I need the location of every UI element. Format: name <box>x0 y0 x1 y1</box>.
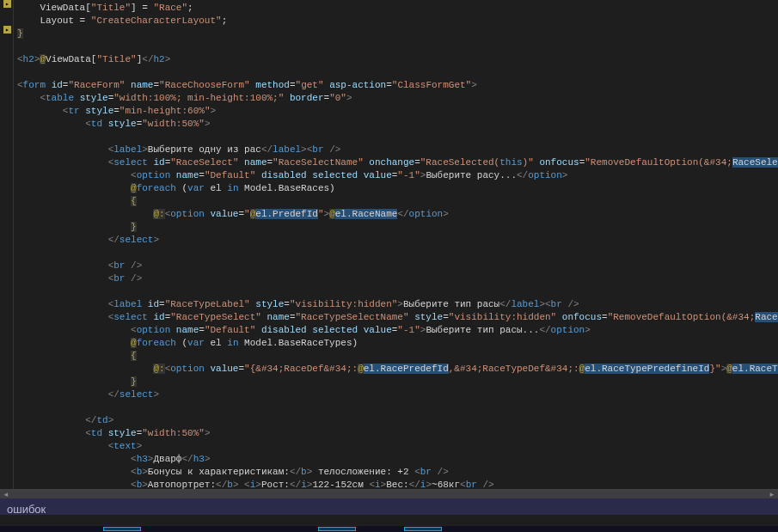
code-line[interactable]: <td style="width:50%"> <box>17 118 775 131</box>
code-line[interactable] <box>17 66 775 79</box>
code-line[interactable]: <h3>Дварф</h3> <box>17 453 775 466</box>
code-editor[interactable]: ▸ ▸ ViewData["Title"] = "Race"; Layout =… <box>0 0 778 489</box>
code-line[interactable]: <option name="Default" disabled selected… <box>17 169 775 182</box>
code-line[interactable] <box>17 247 775 260</box>
status-panel: ◄ ► <box>0 489 778 515</box>
code-line[interactable]: } <box>17 28 775 40</box>
fold-marker[interactable]: ▸ <box>3 0 11 8</box>
fold-marker[interactable]: ▸ <box>3 26 11 34</box>
code-line[interactable]: <b>Автопортрет:</b> <i>Рост:</i>122-152с… <box>17 479 775 489</box>
code-line[interactable] <box>17 131 775 144</box>
code-line[interactable]: } <box>17 221 775 234</box>
code-text-area[interactable]: ViewData["Title"] = "Race"; Layout = "Cr… <box>14 0 778 489</box>
code-line[interactable]: <table style="width:100%; min-height:100… <box>17 92 775 105</box>
code-line[interactable]: @:<option value="{&#34;RaceDef&#34;:@el.… <box>17 363 775 376</box>
code-line[interactable]: <h2>@ViewData["Title"]</h2> <box>17 53 775 66</box>
code-line[interactable] <box>17 401 775 414</box>
code-line[interactable]: <select id="RaceTypeSelect" name="RaceTy… <box>17 311 775 324</box>
code-line[interactable] <box>17 285 775 298</box>
code-line[interactable]: <text> <box>17 440 775 453</box>
taskbar-app-icon[interactable] <box>103 527 141 531</box>
taskbar-app-icon[interactable] <box>318 527 356 531</box>
errors-label: ошибок <box>7 503 46 516</box>
scroll-left-icon[interactable]: ◄ <box>0 490 12 498</box>
code-line[interactable]: </select> <box>17 234 775 247</box>
code-line[interactable]: <td style="width:50%"> <box>17 427 775 440</box>
code-line[interactable]: Layout = "CreateCharacterLayout"; <box>17 15 775 28</box>
taskbar[interactable] <box>0 525 778 532</box>
code-line[interactable]: <form id="RaceForm" name="RaceChooseForm… <box>17 79 775 92</box>
code-line[interactable]: </td> <box>17 414 775 427</box>
code-line[interactable]: <label id="RaceTypeLabel" style="visibil… <box>17 298 775 311</box>
code-line[interactable]: { <box>17 195 775 208</box>
code-line[interactable]: @foreach (var el in Model.BaseRaceTypes) <box>17 337 775 350</box>
code-line[interactable]: <tr style="min-height:60%"> <box>17 105 775 118</box>
code-line[interactable]: <option name="Default" disabled selected… <box>17 324 775 337</box>
code-line[interactable]: </select> <box>17 388 775 401</box>
code-line[interactable] <box>17 40 775 53</box>
code-line[interactable]: <label>Выберите одну из рас</label><br /… <box>17 144 775 156</box>
code-line[interactable]: @:<option value="@el.PredefId">@el.RaceN… <box>17 208 775 221</box>
code-line[interactable]: <br /> <box>17 260 775 272</box>
fold-gutter[interactable]: ▸ ▸ <box>0 0 14 489</box>
taskbar-app-icon[interactable] <box>404 527 442 531</box>
code-line[interactable]: <b>Бонусы к характеристикам:</b> телосло… <box>17 466 775 479</box>
code-line[interactable]: <br /> <box>17 272 775 285</box>
horizontal-scrollbar[interactable]: ◄ ► <box>0 490 778 498</box>
scroll-right-icon[interactable]: ► <box>766 490 778 498</box>
code-line[interactable]: <select id="RaceSelect" name="RaceSelect… <box>17 156 775 169</box>
code-line[interactable]: @foreach (var el in Model.BaseRaces) <box>17 182 775 195</box>
code-line[interactable]: ViewData["Title"] = "Race"; <box>17 2 775 15</box>
code-line[interactable]: { <box>17 350 775 363</box>
code-line[interactable]: } <box>17 376 775 388</box>
